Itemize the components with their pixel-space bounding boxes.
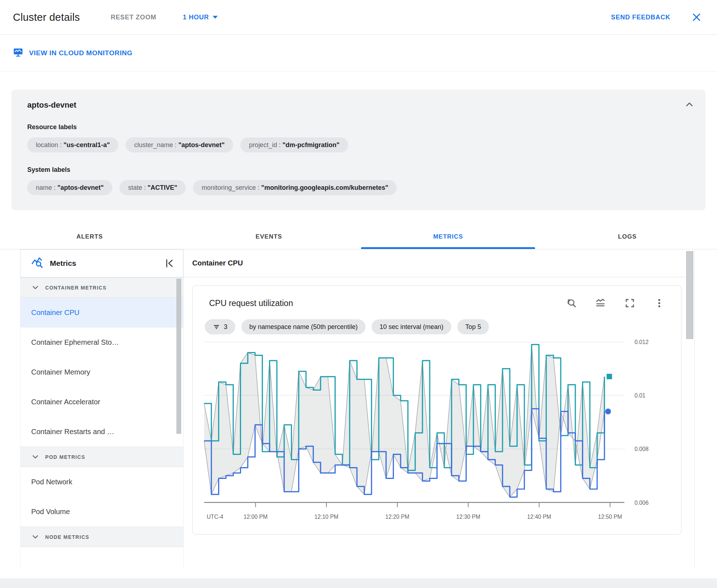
svg-text:12:30 PM: 12:30 PM	[456, 514, 480, 520]
system-labels-row: name : "aptos-devnet" state : "ACTIVE" m…	[27, 180, 692, 195]
main-scrollbar[interactable]	[686, 251, 693, 339]
collapse-card-chevron-up-icon[interactable]	[684, 99, 695, 110]
sidebar-item-container-cpu[interactable]: Container CPU	[20, 298, 183, 328]
label-chip-project-id: project_id : "dm-pcfmigration"	[240, 137, 348, 152]
time-range-dropdown[interactable]: 1 HOUR	[183, 14, 218, 21]
label-chip-monitoring-service: monitoring_service : "monitoring.googlea…	[193, 180, 397, 195]
chip-key: location	[36, 141, 58, 149]
label-chip-cluster-name: cluster_name : "aptos-devnet"	[126, 137, 233, 152]
sidebar-item-pod-network[interactable]: Pod Network	[20, 467, 183, 497]
chip-separator: :	[52, 184, 57, 192]
chip-separator: :	[256, 184, 261, 192]
cpu-utilization-chart[interactable]: 0.0120.010.0080.006UTC-412:00 PM12:10 PM…	[204, 339, 670, 523]
section-label: CONTAINER METRICS	[45, 285, 107, 291]
reset-zoom-button[interactable]: RESET ZOOM	[111, 14, 156, 21]
chart-filter-chips: 3 by namespace name (50th percentile) 10…	[204, 319, 670, 334]
section-label: NODE METRICS	[45, 534, 89, 540]
filter-list-icon	[213, 323, 220, 331]
cluster-name: aptos-devnet	[27, 100, 692, 110]
chip-key: cluster_name	[134, 141, 173, 149]
sidebar-item-container-ephemeral-storage[interactable]: Container Ephemeral Sto…	[20, 328, 183, 357]
svg-text:0.012: 0.012	[635, 339, 648, 345]
svg-text:0.01: 0.01	[635, 392, 645, 399]
panel-bottom-edge	[0, 578, 717, 588]
svg-text:12:20 PM: 12:20 PM	[385, 514, 409, 520]
tab-metrics[interactable]: METRICS	[359, 227, 538, 249]
label-chip-state: state : "ACTIVE"	[119, 180, 186, 195]
chip-value: "ACTIVE"	[147, 184, 177, 192]
monitoring-chart-icon	[13, 47, 23, 59]
filter-count: 3	[224, 323, 227, 331]
chevron-down-icon	[213, 16, 218, 19]
svg-text:0.006: 0.006	[635, 500, 648, 506]
sidebar-item-pod-volume[interactable]: Pod Volume	[20, 497, 183, 527]
resource-labels-title: Resource labels	[27, 123, 692, 131]
svg-text:12:00 PM: 12:00 PM	[244, 514, 268, 520]
close-icon[interactable]	[690, 11, 703, 23]
chip-value: "dm-pcfmigration"	[282, 141, 339, 149]
chip-value: "monitoring.googleapis.com/kubernetes"	[261, 184, 388, 192]
resource-labels-row: location : "us-central1-a" cluster_name …	[27, 137, 692, 152]
label-chip-location: location : "us-central1-a"	[27, 137, 118, 152]
filter-count-chip[interactable]: 3	[205, 319, 235, 334]
content-area: Metrics CONTAINER METRICS Container CPU …	[0, 249, 717, 569]
section-container-metrics[interactable]: CONTAINER METRICS	[20, 277, 183, 298]
metric-main-panel: Container CPU CPU request utilization	[183, 249, 695, 569]
chip-value: "aptos-devnet"	[178, 141, 225, 149]
tab-events[interactable]: EVENTS	[179, 227, 359, 249]
chip-value: "aptos-devnet"	[57, 184, 104, 192]
cpu-chart-svg: 0.0120.010.0080.006UTC-412:00 PM12:10 PM…	[204, 339, 670, 523]
section-label: POD METRICS	[45, 454, 85, 460]
tab-logs[interactable]: LOGS	[538, 227, 717, 249]
cluster-info-card: aptos-devnet Resource labels location : …	[11, 90, 706, 210]
chart-toolbar	[566, 298, 670, 309]
sidebar-item-container-restarts[interactable]: Container Restarts and …	[20, 417, 183, 447]
chip-key: project_id	[249, 141, 277, 149]
header-right: SEND FEEDBACK	[611, 11, 703, 23]
chip-key: state	[128, 184, 142, 192]
chevron-down-icon	[31, 283, 40, 292]
section-node-metrics[interactable]: NODE METRICS	[20, 527, 183, 547]
svg-text:12:10 PM: 12:10 PM	[315, 514, 339, 520]
chip-separator: :	[277, 141, 282, 149]
header-bar: Cluster details RESET ZOOM 1 HOUR SEND F…	[0, 0, 717, 34]
chart-card-header: CPU request utilization	[204, 298, 670, 309]
sidebar-title: Metrics	[50, 259, 76, 268]
label-chip-name: name : "aptos-devnet"	[27, 180, 112, 195]
chip-separator: :	[142, 184, 147, 192]
collapse-sidebar-icon[interactable]	[164, 258, 175, 269]
system-labels-title: System labels	[27, 166, 692, 174]
zoom-history-reset-icon[interactable]	[566, 298, 576, 309]
sidebar-header: Metrics	[20, 249, 183, 277]
chart-mode-icon[interactable]	[595, 298, 606, 309]
cluster-details-panel: Cluster details RESET ZOOM 1 HOUR SEND F…	[0, 0, 717, 588]
topn-chip[interactable]: Top 5	[457, 319, 489, 334]
send-feedback-button[interactable]: SEND FEEDBACK	[611, 14, 670, 21]
metrics-sidebar: Metrics CONTAINER METRICS Container CPU …	[20, 249, 183, 569]
svg-text:12:50 PM: 12:50 PM	[598, 514, 622, 520]
groupby-chip[interactable]: by namespace name (50th percentile)	[241, 319, 365, 334]
section-pod-metrics[interactable]: POD METRICS	[20, 447, 183, 467]
view-in-cloud-monitoring-link[interactable]: VIEW IN CLOUD MONITORING	[13, 47, 133, 59]
chip-value: "us-central1-a"	[63, 141, 110, 149]
more-options-kebab-icon[interactable]	[654, 298, 665, 309]
tab-bar: ALERTS EVENTS METRICS LOGS	[0, 227, 717, 249]
sidebar-scrollbar[interactable]	[176, 279, 181, 434]
chevron-down-icon	[31, 452, 40, 461]
sidebar-item-container-accelerator[interactable]: Container Accelerator	[20, 387, 183, 417]
header-actions: RESET ZOOM 1 HOUR	[111, 14, 218, 21]
interval-chip[interactable]: 10 sec interval (mean)	[372, 319, 451, 334]
svg-text:UTC-4: UTC-4	[207, 514, 223, 520]
tab-alerts[interactable]: ALERTS	[0, 227, 179, 249]
chip-key: monitoring_service	[202, 184, 256, 192]
sidebar-list: CONTAINER METRICS Container CPU Containe…	[20, 277, 183, 569]
metrics-chart-search-icon	[31, 257, 43, 270]
monitoring-link-label: VIEW IN CLOUD MONITORING	[29, 49, 133, 57]
chart-card: CPU request utilization	[192, 285, 681, 535]
metric-panel-title: Container CPU	[184, 249, 694, 277]
sidebar-item-container-memory[interactable]: Container Memory	[20, 357, 183, 387]
fullscreen-icon[interactable]	[624, 298, 635, 309]
chart-title: CPU request utilization	[209, 298, 293, 308]
page-title: Cluster details	[13, 11, 80, 23]
monitoring-toolbar: VIEW IN CLOUD MONITORING	[0, 35, 717, 72]
